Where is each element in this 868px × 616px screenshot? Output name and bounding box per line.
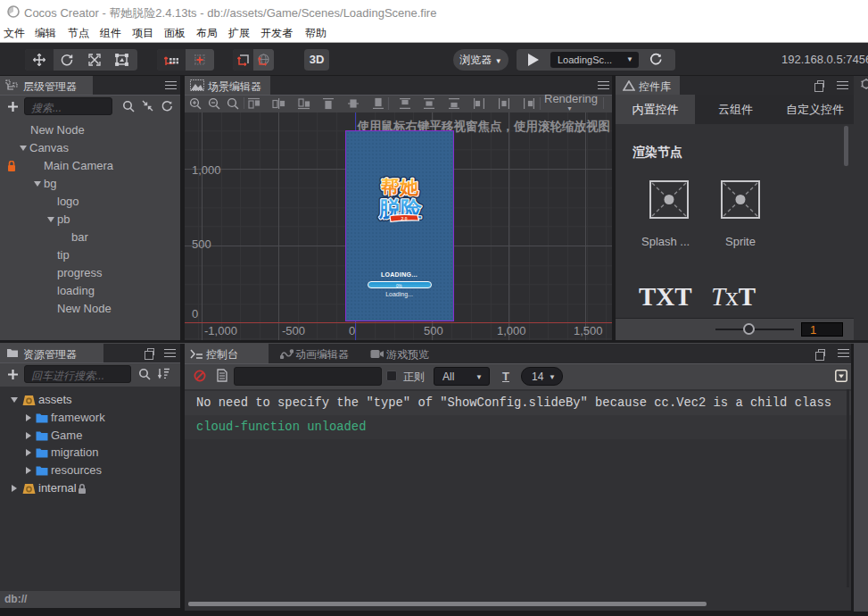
svg-text:帮她: 帮她 bbox=[380, 177, 419, 197]
svg-text:2.0: 2.0 bbox=[401, 216, 408, 221]
